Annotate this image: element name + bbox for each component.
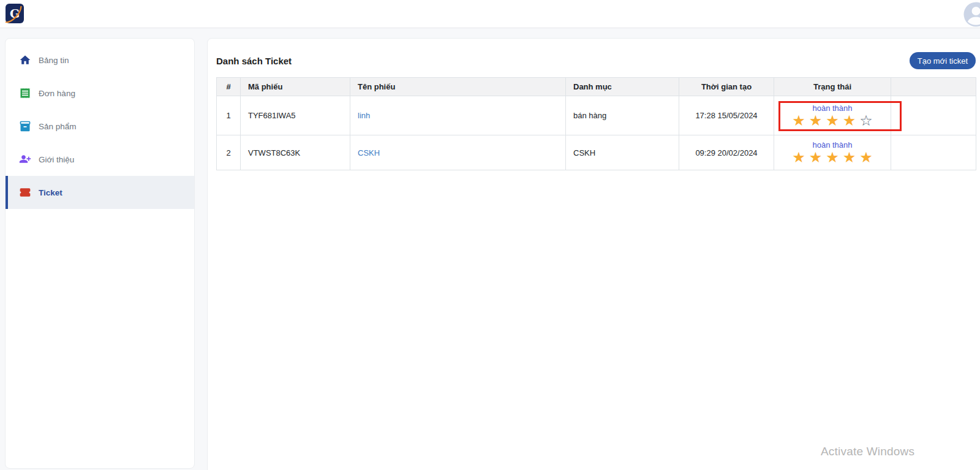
page-title: Danh sách Ticket xyxy=(216,56,292,66)
receipt-icon xyxy=(19,87,31,99)
table-row: 2 VTWST8C63K CSKH CSKH 09:29 20/02/2024 … xyxy=(217,135,976,170)
sidebar: Bảng tin Đơn hàng Sản phẩm xyxy=(5,38,195,469)
col-header-status: Trạng thái xyxy=(774,78,891,96)
star-filled-icon[interactable]: ★ xyxy=(843,149,856,165)
star-filled-icon[interactable]: ★ xyxy=(859,149,873,165)
rating-stars[interactable]: ★★★★☆ xyxy=(775,113,889,128)
star-filled-icon[interactable]: ★ xyxy=(809,112,823,129)
cell-category: bán hàng xyxy=(566,96,679,135)
ticket-icon xyxy=(19,186,31,199)
main-panel: Danh sách Ticket Tạo mới ticket # Mã phi… xyxy=(207,38,980,470)
sidebar-item-bang-tin[interactable]: Bảng tin xyxy=(6,44,194,77)
app-logo[interactable]: G xyxy=(5,3,24,24)
home-icon xyxy=(19,54,31,66)
sidebar-item-label: Đơn hàng xyxy=(39,89,75,98)
content-area: Bảng tin Đơn hàng Sản phẩm xyxy=(0,28,980,470)
cell-code: VTWST8C63K xyxy=(241,135,350,170)
col-header-created-at: Thời gian tạo xyxy=(679,78,774,96)
table-header-row: # Mã phiếu Tên phiếu Danh mục Thời gian … xyxy=(217,78,976,96)
sidebar-item-ticket[interactable]: Ticket xyxy=(6,176,194,209)
page: G Bảng tin xyxy=(0,0,980,470)
ticket-table: # Mã phiếu Tên phiếu Danh mục Thời gian … xyxy=(216,77,976,170)
cell-actions xyxy=(891,96,976,135)
sidebar-item-label: Sản phẩm xyxy=(39,122,77,131)
product-box-icon xyxy=(19,120,31,132)
ticket-name-link[interactable]: linh xyxy=(358,111,370,120)
rating-stars[interactable]: ★★★★★ xyxy=(775,150,889,165)
sidebar-item-san-pham[interactable]: Sản phẩm xyxy=(6,110,194,143)
cell-created-at: 17:28 15/05/2024 xyxy=(679,96,774,135)
cell-code: TYF681IWA5 xyxy=(241,96,350,135)
star-empty-icon[interactable]: ☆ xyxy=(859,112,873,129)
main-header: Danh sách Ticket Tạo mới ticket xyxy=(216,39,976,77)
sidebar-nav: Bảng tin Đơn hàng Sản phẩm xyxy=(6,44,194,209)
status-link[interactable]: hoàn thành xyxy=(775,104,889,113)
col-header-category: Danh mục xyxy=(566,78,679,96)
sidebar-item-label: Bảng tin xyxy=(39,56,69,65)
table-row: 1 TYF681IWA5 linh bán hàng 17:28 15/05/2… xyxy=(217,96,976,135)
cell-status: hoàn thành ★★★★★ xyxy=(774,135,891,170)
sidebar-item-gioi-thieu[interactable]: Giới thiệu xyxy=(6,143,194,176)
col-header-index: # xyxy=(217,78,241,96)
cell-status: hoàn thành ★★★★☆ xyxy=(774,96,891,135)
star-filled-icon[interactable]: ★ xyxy=(826,149,839,165)
cell-actions xyxy=(891,135,976,170)
star-filled-icon[interactable]: ★ xyxy=(826,112,839,129)
col-header-actions xyxy=(891,78,976,96)
avatar-person-icon xyxy=(963,2,980,27)
cell-category: CSKH xyxy=(566,135,679,170)
star-filled-icon[interactable]: ★ xyxy=(792,149,805,165)
star-filled-icon[interactable]: ★ xyxy=(792,112,805,129)
cell-created-at: 09:29 20/02/2024 xyxy=(679,135,774,170)
status-link[interactable]: hoàn thành xyxy=(775,140,889,150)
col-header-name: Tên phiếu xyxy=(350,78,566,96)
logo-icon: G xyxy=(5,3,24,24)
sidebar-item-label: Giới thiệu xyxy=(39,155,74,164)
cell-index: 2 xyxy=(217,135,241,170)
sidebar-item-don-hang[interactable]: Đơn hàng xyxy=(6,77,194,110)
create-ticket-button[interactable]: Tạo mới ticket xyxy=(910,52,976,69)
activate-windows-watermark: Activate Windows xyxy=(821,445,914,458)
topbar: G xyxy=(0,0,980,28)
user-avatar[interactable] xyxy=(963,2,980,27)
ticket-name-link[interactable]: CSKH xyxy=(358,148,380,157)
sidebar-item-label: Ticket xyxy=(39,188,62,197)
star-filled-icon[interactable]: ★ xyxy=(843,112,856,129)
star-filled-icon[interactable]: ★ xyxy=(809,149,823,165)
col-header-code: Mã phiếu xyxy=(241,78,350,96)
cell-index: 1 xyxy=(217,96,241,135)
person-add-icon xyxy=(19,153,31,165)
